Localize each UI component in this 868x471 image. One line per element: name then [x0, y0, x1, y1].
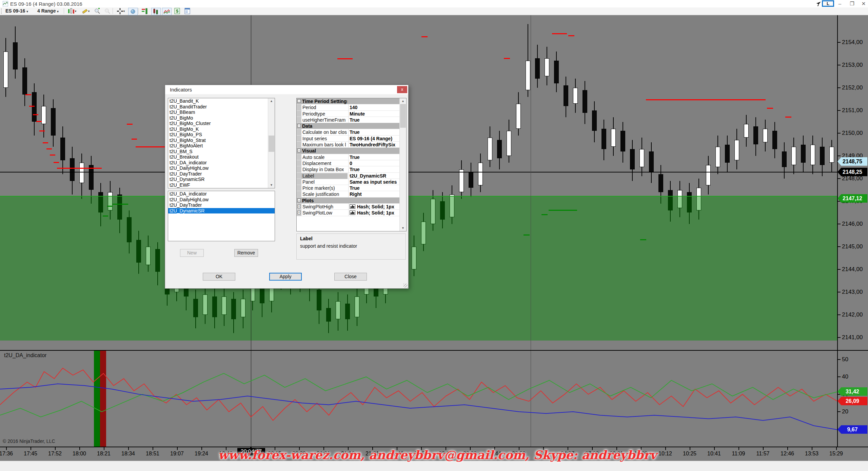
- property-row[interactable]: Labelt2U_DynamicSR: [297, 173, 399, 179]
- collapse-icon[interactable]: −: [297, 124, 301, 127]
- collapse-icon[interactable]: −: [297, 99, 301, 103]
- toolbar-grip[interactable]: [1, 8, 3, 14]
- scroll-up-icon[interactable]: ▲: [400, 98, 406, 104]
- account-dollar-button[interactable]: $: [173, 8, 182, 15]
- indicator-list-item[interactable]: t2U_DA_indicator: [168, 160, 275, 166]
- chart-style-button[interactable]: ▾: [66, 8, 78, 15]
- indicator-list-item[interactable]: t2U_BigMo: [168, 115, 275, 121]
- property-row[interactable]: Calculate on bar closTrue: [297, 129, 399, 135]
- chart-trader-button[interactable]: [140, 8, 149, 15]
- candle: [658, 174, 663, 192]
- zoom-in-button[interactable]: [93, 8, 102, 15]
- price-tick: [838, 178, 841, 179]
- new-button[interactable]: New: [180, 249, 204, 257]
- property-row[interactable]: useHigherTimeFramTrue: [297, 117, 399, 123]
- instrument-selector[interactable]: ES 09-16 ▾: [4, 8, 29, 14]
- property-row[interactable]: PanelSame as input series: [297, 179, 399, 185]
- property-description-box: Label support and resist indicator: [296, 233, 406, 260]
- property-section-row[interactable]: −Data: [297, 123, 399, 129]
- indicator-list-item[interactable]: t2U_BigMo_Strat: [168, 138, 275, 143]
- property-row[interactable]: Input seriesES 09-16 (4 Range): [297, 136, 399, 142]
- property-section-row[interactable]: −Plots: [297, 198, 399, 204]
- property-row[interactable]: PeriodtypeMinute: [297, 111, 399, 117]
- property-row[interactable]: Price marker(s)True: [297, 185, 399, 191]
- close-button[interactable]: Close: [334, 273, 367, 281]
- indicator-list-item[interactable]: t2U_BanditTrader: [168, 104, 275, 110]
- drawing-tools-button[interactable]: ▾: [79, 8, 92, 15]
- collapse-icon[interactable]: −: [297, 199, 301, 202]
- panel-separator[interactable]: [0, 350, 868, 351]
- data-box-button[interactable]: [128, 8, 138, 15]
- ok-button[interactable]: OK: [203, 273, 235, 281]
- data-grid-icon: [184, 8, 191, 15]
- property-row[interactable]: Display in Data BoxTrue: [297, 166, 399, 172]
- collapse-icon[interactable]: −: [297, 149, 301, 152]
- chart-overlay-button[interactable]: [162, 8, 172, 15]
- scrollbar-thumb[interactable]: [269, 136, 274, 152]
- close-window-icon[interactable]: ✕: [859, 0, 868, 7]
- mouse-cursor-icon: [814, 0, 822, 7]
- property-section-row[interactable]: −Visual: [297, 148, 399, 154]
- indicator-list-item[interactable]: t2U_BM_S: [168, 149, 275, 155]
- property-value: 0: [350, 161, 352, 166]
- list-scrollbar[interactable]: ▲ ▼: [268, 98, 275, 188]
- toolbar-separator: [113, 8, 113, 14]
- selected-indicator-item[interactable]: t2U_DayTrader: [168, 202, 275, 208]
- restore-icon[interactable]: ❐: [847, 0, 857, 7]
- scrollbar-thumb[interactable]: [400, 104, 406, 128]
- indicator-list-item[interactable]: t2U_DynamicSR: [168, 177, 275, 182]
- chart-bars-button[interactable]: [151, 8, 161, 15]
- property-label: Maximum bars look l: [302, 142, 346, 147]
- property-row[interactable]: Maximum bars look lTwoHundredFiftySix: [297, 142, 399, 148]
- candle: [791, 147, 796, 165]
- property-section-row[interactable]: −Time Period Settings: [297, 98, 399, 104]
- indicator-list-item[interactable]: t2U_DayTrader: [168, 171, 275, 177]
- grid-scrollbar[interactable]: ▲ ▼: [399, 98, 406, 231]
- selected-indicators-list[interactable]: t2U_DA_indicatort2U_DailyHighLowt2U_DayT…: [168, 191, 275, 241]
- horizontal-scrollbar[interactable]: ‹ ›: [0, 461, 868, 471]
- swing-high-hash: [50, 155, 55, 156]
- property-row[interactable]: Scale justificationRight: [297, 191, 399, 197]
- scroll-down-icon[interactable]: ▼: [268, 182, 275, 188]
- period-selector[interactable]: 4 Range ▾: [36, 8, 60, 14]
- minimize-icon[interactable]: –: [835, 0, 845, 7]
- expand-icon[interactable]: +: [297, 211, 301, 214]
- indicator-list-item[interactable]: t2U_DailyHighLow: [168, 165, 275, 171]
- chart-trader-icon: [141, 8, 148, 15]
- indicator-list-item[interactable]: t2U_BigMo_K: [168, 126, 275, 132]
- price-tick: [838, 269, 841, 270]
- selected-indicator-item[interactable]: t2U_DailyHighLow: [168, 197, 275, 203]
- selected-indicator-item[interactable]: t2U_DA_indicator: [168, 191, 275, 197]
- column-divider: [348, 166, 349, 172]
- indicator-list-item[interactable]: t2U_BigMo_Cluster: [168, 121, 275, 126]
- window-titlebar[interactable]: ES 09-16 (4 Range) 03.08.2016 L – ❐ ✕: [0, 0, 868, 8]
- crosshair-button[interactable]: ▾: [115, 8, 127, 15]
- scroll-up-icon[interactable]: ▲: [268, 98, 275, 104]
- property-row[interactable]: Period140: [297, 104, 399, 110]
- candle: [829, 147, 834, 163]
- indicator-list-item[interactable]: t2U_BBeam: [168, 109, 275, 115]
- expand-icon[interactable]: +: [297, 205, 301, 208]
- remove-button[interactable]: Remove: [234, 249, 258, 257]
- selected-indicator-item[interactable]: t2U_DynamicSR: [168, 208, 275, 214]
- indicator-properties-grid[interactable]: −Time Period SettingsPeriod140Periodtype…: [296, 98, 407, 231]
- indicator-list-item[interactable]: t2U_BigMoAlert: [168, 143, 275, 149]
- resize-grip[interactable]: [403, 284, 408, 288]
- data-grid-button[interactable]: [183, 8, 192, 15]
- apply-button[interactable]: Apply: [269, 273, 302, 281]
- property-row[interactable]: +SwingPlotLowHash; Solid; 1px: [297, 210, 399, 216]
- indicator-list-item[interactable]: t2U_Bandit_K: [168, 98, 275, 104]
- indicator-list-item[interactable]: t2U_EWF: [168, 182, 275, 188]
- dialog-titlebar[interactable]: Indicators: [165, 85, 408, 94]
- property-row[interactable]: Auto scaleTrue: [297, 154, 399, 160]
- dialog-close-button[interactable]: x: [397, 86, 407, 93]
- indicator-list-item[interactable]: t2U_BigMo_PS: [168, 132, 275, 138]
- candle: [601, 129, 606, 149]
- zoom-out-button[interactable]: [103, 8, 112, 15]
- link-button[interactable]: L: [822, 0, 834, 7]
- available-indicators-list[interactable]: t2U_Bandit_Kt2U_BanditTradert2U_BBeamt2U…: [168, 98, 275, 188]
- property-row[interactable]: +SwingPlotHighHash; Solid; 1px: [297, 204, 399, 210]
- indicator-list-item[interactable]: t2U_Breakout: [168, 154, 275, 160]
- property-row[interactable]: Displacement0: [297, 160, 399, 166]
- scroll-down-icon[interactable]: ▼: [400, 225, 406, 231]
